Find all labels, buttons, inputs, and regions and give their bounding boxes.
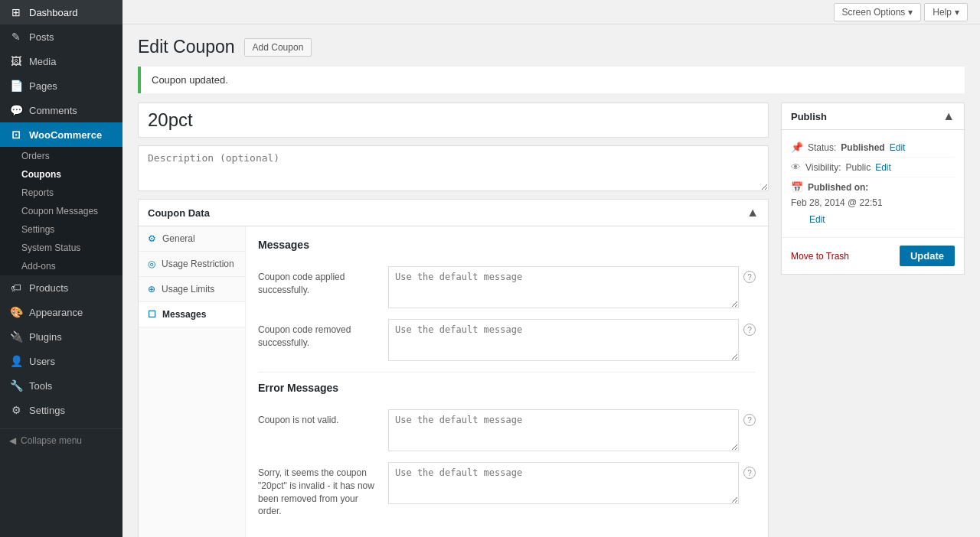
collapse-label: Collapse menu [21, 435, 82, 446]
applied-help-icon[interactable]: ? [743, 271, 756, 283]
invalid-removed-help-icon[interactable]: ? [743, 467, 756, 479]
publish-date-row: 📅 Published on: Feb 28, 2014 @ 22:51 Edi… [791, 177, 955, 229]
settings-icon: ⚙ [9, 404, 23, 416]
sidebar-sub-reports[interactable]: Reports [0, 184, 122, 202]
update-button[interactable]: Update [900, 246, 955, 266]
message-row-applied: Coupon code applied successfully. ? [258, 266, 756, 308]
move-to-trash-link[interactable]: Move to Trash [791, 251, 849, 262]
left-column: Coupon Data ▲ ⚙ General ◎ Usage [138, 103, 769, 537]
tools-icon: 🔧 [9, 379, 23, 392]
not-valid-label: Coupon is not valid. [258, 409, 381, 427]
publish-toggle-icon[interactable]: ▲ [942, 109, 955, 123]
tab-messages-label: Messages [162, 309, 206, 320]
publish-body: 📌 Status: Published Edit 👁 Visibility: P… [782, 130, 964, 237]
invalid-removed-input-wrap: ? [388, 462, 756, 504]
coupon-data-toggle-icon[interactable]: ▲ [746, 206, 759, 220]
help-button[interactable]: Help ▾ [924, 3, 968, 21]
removed-input-wrap: ? [388, 319, 756, 361]
coupon-description-textarea[interactable] [138, 145, 769, 191]
coupon-data-box: Coupon Data ▲ ⚙ General ◎ Usage [138, 199, 769, 537]
published-date: Feb 28, 2014 @ 22:51 [791, 197, 883, 208]
publish-header: Publish ▲ [782, 103, 964, 130]
dashboard-icon: ⊞ [9, 6, 23, 18]
sidebar-item-tools[interactable]: 🔧 Tools [0, 373, 122, 398]
sidebar-item-media-label: Media [29, 56, 56, 67]
removed-help-icon[interactable]: ? [743, 324, 756, 336]
not-valid-textarea[interactable] [388, 409, 739, 451]
help-label: Help [933, 7, 952, 18]
applied-input-wrap: ? [388, 266, 756, 308]
tab-usage-limits[interactable]: ⊕ Usage Limits [139, 277, 245, 302]
publish-box: Publish ▲ 📌 Status: Published Edit 👁 Vis… [781, 103, 965, 275]
collapse-menu[interactable]: ◀ Collapse menu [0, 428, 122, 452]
visibility-edit-link[interactable]: Edit [875, 162, 891, 173]
tab-messages[interactable]: ☐ Messages [139, 302, 245, 327]
topbar: Screen Options ▾ Help ▾ [122, 0, 980, 24]
sidebar-sub-addons[interactable]: Add-ons [0, 257, 122, 275]
sidebar-item-media[interactable]: 🖼 Media [0, 49, 122, 73]
sidebar-item-comments-label: Comments [29, 105, 77, 116]
sidebar-sub-coupons[interactable]: Coupons [0, 165, 122, 184]
collapse-icon: ◀ [9, 435, 16, 446]
sidebar-item-appearance[interactable]: 🎨 Appearance [0, 300, 122, 324]
applied-label: Coupon code applied successfully. [258, 266, 381, 297]
help-chevron-icon: ▾ [955, 7, 959, 18]
removed-textarea[interactable] [388, 319, 739, 361]
published-label: Published on: [808, 182, 868, 193]
sidebar-item-posts-label: Posts [29, 31, 54, 43]
published-edit-link[interactable]: Edit [791, 214, 955, 225]
sidebar-sub-coupon-messages[interactable]: Coupon Messages [0, 202, 122, 220]
calendar-icon: 📅 [791, 181, 803, 193]
sidebar-item-dashboard[interactable]: ⊞ Dashboard [0, 0, 122, 24]
content-area: Edit Coupon Add Coupon Coupon updated. C… [122, 24, 980, 537]
screen-options-chevron-icon: ▾ [908, 7, 913, 18]
screen-options-button[interactable]: Screen Options ▾ [834, 3, 922, 21]
sidebar-sub-settings[interactable]: Settings [0, 220, 122, 239]
sidebar-item-comments[interactable]: 💬 Comments [0, 98, 122, 122]
sidebar-sub-orders[interactable]: Orders [0, 147, 122, 165]
screen-options-label: Screen Options [842, 7, 906, 18]
coupon-data-body: ⚙ General ◎ Usage Restriction ⊕ Usage Li… [139, 226, 768, 537]
publish-footer: Move to Trash Update [782, 237, 964, 274]
publish-visibility-row: 👁 Visibility: Public Edit [791, 158, 955, 177]
applied-textarea[interactable] [388, 266, 739, 308]
page-header: Edit Coupon Add Coupon [138, 37, 965, 57]
general-tab-icon: ⚙ [148, 233, 156, 244]
not-valid-help-icon[interactable]: ? [743, 414, 756, 426]
status-icon: 📌 [791, 142, 803, 153]
sidebar-item-products[interactable]: 🏷 Products [0, 275, 122, 300]
tab-usage-restriction[interactable]: ◎ Usage Restriction [139, 252, 245, 277]
sidebar-item-products-label: Products [29, 282, 68, 294]
coupon-data-header: Coupon Data ▲ [139, 200, 768, 226]
add-coupon-button[interactable]: Add Coupon [244, 38, 312, 57]
main-area: Screen Options ▾ Help ▾ Edit Coupon Add … [122, 0, 980, 537]
status-value: Published [841, 142, 884, 153]
sidebar-item-users[interactable]: 👤 Users [0, 349, 122, 373]
posts-icon: ✎ [9, 31, 23, 43]
publish-title: Publish [791, 111, 827, 122]
sidebar-item-settings[interactable]: ⚙ Settings [0, 398, 122, 422]
error-messages-title: Error Messages [258, 372, 756, 399]
status-edit-link[interactable]: Edit [890, 142, 906, 153]
sidebar-item-dashboard-label: Dashboard [29, 7, 78, 18]
coupon-name-input[interactable] [138, 103, 769, 138]
sidebar-item-posts[interactable]: ✎ Posts [0, 24, 122, 49]
messages-section-title: Messages [258, 239, 756, 255]
visibility-icon: 👁 [791, 161, 801, 173]
sidebar-item-woocommerce[interactable]: ⊡ WooCommerce [0, 122, 122, 147]
sidebar-item-settings-label: Settings [29, 405, 65, 416]
tab-general[interactable]: ⚙ General [139, 226, 245, 252]
removed-label: Coupon code removed successfully. [258, 319, 381, 350]
sidebar-item-pages[interactable]: 📄 Pages [0, 73, 122, 98]
message-row-invalid-removed: Sorry, it seems the coupon "20pct" is in… [258, 462, 756, 518]
visibility-label: Visibility: [805, 162, 841, 173]
plugins-icon: 🔌 [9, 330, 23, 343]
message-row-removed: Coupon code removed successfully. ? [258, 319, 756, 361]
sidebar-item-plugins[interactable]: 🔌 Plugins [0, 324, 122, 349]
invalid-removed-textarea[interactable] [388, 462, 739, 504]
tab-usage-limits-label: Usage Limits [162, 284, 214, 295]
sidebar-sub-system-status[interactable]: System Status [0, 239, 122, 257]
sidebar-item-plugins-label: Plugins [29, 331, 62, 343]
message-row-not-valid: Coupon is not valid. ? [258, 409, 756, 451]
notice-text: Coupon updated. [152, 74, 228, 86]
